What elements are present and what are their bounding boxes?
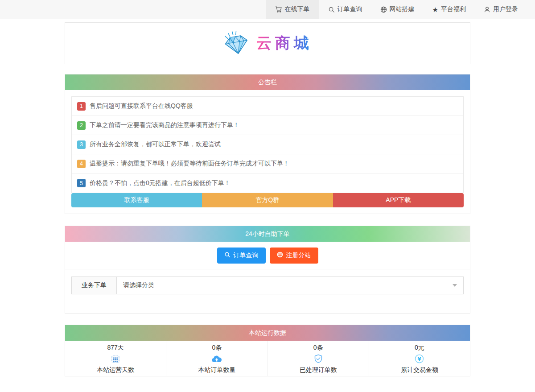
calendar-grid-icon — [111, 354, 120, 364]
announcement-item: 4 温馨提示：请勿重复下单哦！必须要等待前面任务订单完成才可以下单！ — [72, 154, 463, 173]
stat-operating-days: 877天 本站运营天数 — [65, 341, 166, 376]
announcement-text: 价格贵？不怕，点击0元搭建，在后台超低价下单！ — [90, 179, 230, 187]
stat-value: 0条 — [212, 344, 222, 352]
stat-value: 877天 — [107, 344, 123, 352]
svg-text:¥: ¥ — [418, 356, 421, 362]
announcement-list: 1 售后问题可直接联系平台在线QQ客服 2 下单之前请一定要看完该商品的注意事项… — [71, 96, 464, 193]
stat-label: 本站订单数量 — [198, 366, 235, 374]
shield-check-icon — [314, 354, 323, 364]
announcement-number-badge: 2 — [77, 121, 86, 130]
register-substation-button[interactable]: 注册分站 — [270, 248, 318, 264]
yen-circle-icon: ¥ — [415, 354, 424, 364]
search-icon — [328, 6, 335, 13]
stat-label: 累计交易金额 — [401, 366, 438, 374]
nav-item-platform-benefits[interactable]: ★ 平台福利 — [424, 0, 475, 19]
nav-item-site-build[interactable]: 网站搭建 — [371, 0, 424, 19]
announcement-number-badge: 5 — [77, 179, 86, 187]
self-order-header: 24小时自助下单 — [65, 226, 470, 242]
user-icon — [484, 6, 490, 13]
stat-order-count: 0条 本站订单数量 — [166, 341, 268, 376]
announcement-panel: 公告栏 1 售后问题可直接联系平台在线QQ客服 2 下单之前请一定要看完该商品的… — [65, 74, 470, 214]
cloud-upload-icon — [211, 354, 222, 364]
category-select-value: 请选择分类 — [123, 281, 154, 289]
announcement-text: 下单之前请一定要看完该商品的注意事项再进行下单！ — [90, 121, 239, 129]
nav-item-label: 在线下单 — [285, 5, 310, 13]
stat-total-transactions: 0元 ¥ 累计交易金额 — [369, 341, 470, 376]
announcement-text: 售后问题可直接联系平台在线QQ客服 — [90, 102, 193, 110]
announcement-item: 5 价格贵？不怕，点击0元搭建，在后台超低价下单！ — [72, 173, 463, 193]
announcement-item: 2 下单之前请一定要看完该商品的注意事项再进行下单！ — [72, 116, 463, 135]
announcement-number-badge: 3 — [77, 140, 86, 149]
chevron-down-icon — [453, 284, 457, 287]
nav-item-label: 用户登录 — [493, 5, 518, 13]
announcement-header: 公告栏 — [65, 74, 470, 90]
stat-label: 已处理订单数 — [300, 366, 337, 374]
category-select[interactable]: 请选择分类 — [117, 276, 464, 294]
nav-item-label: 平台福利 — [441, 5, 466, 13]
stat-value: 0元 — [415, 344, 424, 352]
announcement-number-badge: 1 — [77, 102, 86, 111]
site-stats-row: 877天 本站运营天数 0条 — [65, 341, 470, 376]
official-qq-group-button[interactable]: 官方Q群 — [202, 193, 333, 207]
announcement-item: 3 所有业务全部恢复，都可以正常下单，欢迎尝试 — [72, 135, 463, 154]
contact-support-button[interactable]: 联系客服 — [71, 193, 202, 207]
business-order-section: 业务下单 请选择分类 — [65, 269, 470, 313]
cart-icon — [275, 6, 282, 13]
site-stats-header: 本站运行数据 — [65, 325, 470, 341]
order-query-button[interactable]: 订单查询 — [217, 248, 266, 264]
nav-item-user-login[interactable]: 用户登录 — [475, 0, 527, 19]
stat-label: 本站运营天数 — [97, 366, 134, 374]
nav-item-order-query[interactable]: 订单查询 — [319, 0, 371, 19]
self-order-panel: 24小时自助下单 订单查询 注册分站 业 — [65, 226, 470, 314]
app-download-button[interactable]: APP下载 — [333, 193, 464, 207]
site-title: 云商城 — [256, 33, 313, 54]
logo-card: 云商城 — [65, 22, 470, 64]
announcement-buttons: 联系客服 官方Q群 APP下载 — [71, 193, 464, 207]
globe-icon — [380, 6, 387, 13]
star-icon: ★ — [432, 6, 438, 13]
order-query-button-label: 订单查询 — [234, 252, 259, 260]
nav-item-online-order[interactable]: 在线下单 — [266, 0, 319, 19]
self-order-actions: 订单查询 注册分站 — [65, 242, 470, 269]
business-order-label: 业务下单 — [71, 276, 117, 294]
search-icon — [224, 252, 230, 259]
stat-value: 0条 — [313, 344, 323, 352]
top-nav: 在线下单 订单查询 网站搭建 ★ 平台福利 用户登录 — [0, 0, 535, 19]
announcement-text: 所有业务全部恢复，都可以正常下单，欢迎尝试 — [90, 140, 221, 149]
stat-processed-orders: 0条 已处理订单数 — [268, 341, 369, 376]
site-stats-panel: 本站运行数据 877天 本站运营天数 0条 — [65, 325, 470, 376]
announcement-text: 温馨提示：请勿重复下单哦！必须要等待前面任务订单完成才可以下单！ — [90, 160, 289, 168]
announcement-item: 1 售后问题可直接联系平台在线QQ客服 — [72, 97, 463, 116]
register-substation-button-label: 注册分站 — [286, 252, 311, 260]
nav-item-label: 网站搭建 — [390, 5, 415, 13]
announcement-number-badge: 4 — [77, 160, 86, 168]
nav-item-label: 订单查询 — [337, 5, 362, 13]
diamond-icon — [222, 30, 250, 57]
globe-icon — [277, 252, 283, 259]
